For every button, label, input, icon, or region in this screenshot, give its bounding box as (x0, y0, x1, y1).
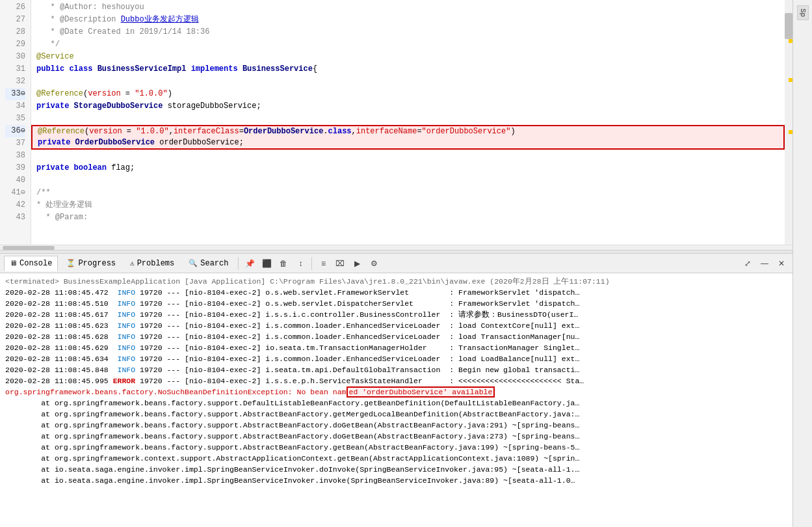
code-line-30: @Service (31, 51, 785, 63)
stack-line: at org.springframework.beans.factory.sup… (5, 431, 787, 442)
main-layout: 2627282930313233⊖343536⊖3738394041⊖4243 … (0, 0, 812, 527)
scroll-marker-3 (789, 130, 792, 134)
console-next-button[interactable]: ▶ (350, 256, 364, 271)
console-pin-button[interactable]: 📌 (242, 256, 257, 271)
code-line-36: @Reference(version = "1.0.0",interfaceCl… (31, 125, 785, 137)
code-line-32 (31, 75, 785, 88)
code-line-27: * @Description Dubbo业务发起方逻辑 (31, 14, 785, 26)
main-content: 2627282930313233⊖343536⊖3738394041⊖4243 … (0, 0, 792, 527)
log-line: 2020-02-28 11:08:45.510 INFO 19720 --- [… (5, 298, 787, 309)
code-line-37: private OrderDubboService orderDubboServ… (31, 137, 785, 150)
stack-line: at io.seata.saga.engine.invoker.impl.Spr… (5, 475, 787, 486)
console-tab-icon: 🖥 (10, 259, 17, 267)
code-line-38 (31, 150, 785, 162)
code-line-40 (31, 174, 785, 187)
code-line-43: * @Param: (31, 211, 785, 224)
code-line-31: public class BusinessServiceImpl impleme… (31, 63, 785, 75)
editor-scrollbar[interactable] (785, 0, 792, 245)
code-line-29: */ (31, 38, 785, 51)
log-line: 2020-02-28 11:08:45.628 INFO 19720 --- [… (5, 331, 787, 342)
code-line-41: /** (31, 187, 785, 199)
code-content[interactable]: * @Author: heshouyou * @Description Dubb… (31, 0, 785, 245)
console-restore-button[interactable]: ⤢ (740, 256, 755, 271)
log-line: 2020-02-28 11:08:45.848 INFO 19720 --- [… (5, 364, 787, 375)
console-clear-button[interactable]: 🗑 (276, 256, 291, 271)
stack-line: at org.springframework.beans.factory.sup… (5, 442, 787, 453)
console-filter-button[interactable]: ≡ (316, 256, 330, 271)
sidebar-sp-button[interactable]: Sp (797, 5, 809, 20)
console-content[interactable]: <terminated> BusinessExampleApplication … (0, 273, 792, 527)
line-number-26: 26 (5, 1, 25, 14)
console-settings-button[interactable]: ⚙ (367, 256, 381, 271)
line-number-27: 27 (5, 14, 25, 26)
code-line-33: @Reference(version = "1.0.0") (31, 88, 785, 100)
code-editor: 2627282930313233⊖343536⊖3738394041⊖4243 … (0, 0, 792, 245)
code-line-34: private StorageDubboService storageDubbo… (31, 100, 785, 113)
line-number-40: 40 (5, 174, 25, 187)
problems-tab-icon: ⚠ (130, 259, 135, 267)
console-minimize-button[interactable]: — (757, 256, 772, 271)
problems-tab-label: Problems (137, 259, 175, 268)
line-number-35: 35 (5, 113, 25, 125)
line-number-41: 41⊖ (5, 187, 25, 199)
console-wrap-button[interactable]: ⌧ (333, 256, 347, 271)
search-tab-icon: 🔍 (189, 259, 198, 267)
error-highlight: ed 'orderDubboService' available (347, 386, 495, 398)
progress-tab-label: Progress (78, 259, 116, 268)
log-line: 2020-02-28 11:08:45.995 ERROR 19720 --- … (5, 375, 787, 386)
log-line: 2020-02-28 11:08:45.634 INFO 19720 --- [… (5, 353, 787, 364)
line-number-31: 31 (5, 63, 25, 75)
line-number-34: 34 (5, 100, 25, 113)
tab-console[interactable]: 🖥 Console (4, 256, 58, 271)
code-line-42: * 处理业务逻辑 (31, 199, 785, 211)
line-number-37: 37 (5, 137, 25, 150)
tab-progress[interactable]: ⏳ Progress (60, 256, 122, 271)
code-line-39: private boolean flag; (31, 162, 785, 174)
stack-line: at io.seata.saga.engine.invoker.impl.Spr… (5, 464, 787, 475)
console-panel: 🖥 Console ⏳ Progress ⚠ Problems 🔍 Search (0, 254, 792, 527)
horizontal-scrollbar[interactable] (0, 245, 792, 250)
log-line: 2020-02-28 11:08:45.623 INFO 19720 --- [… (5, 320, 787, 331)
log-line: 2020-02-28 11:08:45.472 INFO 19720 --- [… (5, 287, 787, 298)
code-line-26: * @Author: heshouyou (31, 1, 785, 14)
tab-problems[interactable]: ⚠ Problems (124, 256, 180, 271)
console-toolbar: 🖥 Console ⏳ Progress ⚠ Problems 🔍 Search (0, 254, 792, 273)
line-number-29: 29 (5, 38, 25, 51)
progress-tab-icon: ⏳ (66, 259, 75, 267)
line-number-43: 43 (5, 211, 25, 224)
scroll-marker-2 (789, 78, 792, 82)
line-number-28: 28 (5, 26, 25, 38)
separator-1 (238, 257, 239, 270)
console-scroll-button[interactable]: ↕ (293, 256, 308, 271)
line-numbers: 2627282930313233⊖343536⊖3738394041⊖4243 (0, 0, 31, 245)
log-line: 2020-02-28 11:08:45.629 INFO 19720 --- [… (5, 342, 787, 353)
line-number-33: 33⊖ (5, 88, 25, 100)
console-tab-label: Console (20, 259, 52, 268)
separator-2 (311, 257, 312, 270)
stack-line: at org.springframework.beans.factory.sup… (5, 409, 787, 420)
error-line: org.springframework.beans.factory.NoSuch… (5, 386, 787, 398)
line-number-39: 39 (5, 162, 25, 174)
line-number-32: 32 (5, 75, 25, 88)
search-tab-label: Search (200, 259, 228, 268)
console-lines: 2020-02-28 11:08:45.472 INFO 19720 --- [… (5, 287, 787, 386)
stack-lines: at org.springframework.beans.factory.sup… (5, 398, 787, 486)
line-number-38: 38 (5, 150, 25, 162)
stack-line: at org.springframework.beans.factory.sup… (5, 398, 787, 409)
h-scrollbar-thumb[interactable] (3, 246, 55, 250)
line-number-42: 42 (5, 199, 25, 211)
right-sidebar: Sp (792, 0, 812, 527)
terminated-line: <terminated> BusinessExampleApplication … (5, 276, 787, 287)
line-number-36: 36⊖ (5, 125, 25, 137)
console-close-button[interactable]: ✕ (774, 256, 789, 271)
scroll-marker (789, 39, 792, 43)
stack-line: at org.springframework.context.support.A… (5, 453, 787, 464)
line-number-30: 30 (5, 51, 25, 63)
stack-line: at org.springframework.beans.factory.sup… (5, 420, 787, 431)
console-stop-button[interactable]: ⬛ (259, 256, 274, 271)
code-line-28: * @Date Created in 2019/1/14 18:36 (31, 26, 785, 38)
tab-search[interactable]: 🔍 Search (183, 256, 234, 271)
log-line: 2020-02-28 11:08:45.617 INFO 19720 --- [… (5, 309, 787, 320)
code-line-35 (31, 113, 785, 125)
scrollbar-thumb[interactable] (785, 13, 792, 39)
